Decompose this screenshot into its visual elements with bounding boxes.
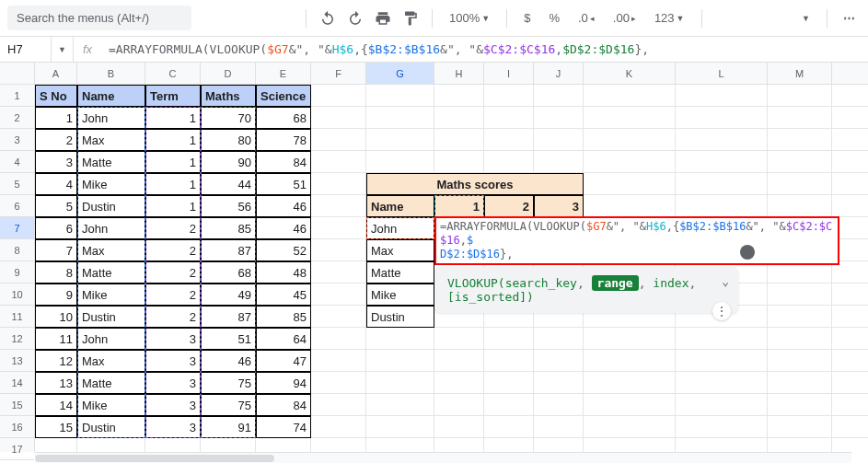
horizontal-scrollbar[interactable] [35, 452, 851, 463]
column-header-H[interactable]: H [434, 63, 484, 84]
table-cell[interactable]: 49 [201, 284, 256, 306]
table-cell[interactable]: 15 [35, 416, 77, 438]
column-header-A[interactable]: A [35, 63, 77, 84]
table-cell[interactable]: 8 [35, 261, 77, 284]
decrease-decimal-button[interactable]: .0◂ [571, 11, 602, 25]
table-cell[interactable]: 94 [256, 372, 311, 394]
table-cell[interactable]: Mike [77, 394, 145, 416]
side-table-title[interactable]: Maths scores [366, 173, 584, 195]
side-header[interactable]: 1 [434, 195, 484, 217]
table-cell[interactable]: 75 [201, 394, 256, 416]
chevron-down-icon[interactable]: ⌄ [722, 274, 729, 288]
table-cell[interactable]: Dustin [77, 306, 145, 328]
table-cell[interactable]: 2 [35, 129, 77, 151]
side-header[interactable]: 2 [484, 195, 534, 217]
side-name-cell[interactable]: Dustin [366, 306, 434, 328]
table-cell[interactable]: 74 [256, 416, 311, 438]
table-cell[interactable]: 46 [256, 217, 311, 239]
row-header-13[interactable]: 13 [0, 350, 34, 372]
table-cell[interactable]: 3 [145, 416, 201, 438]
table-cell[interactable]: John [77, 217, 145, 239]
more-toolbar-button[interactable]: ⋯ [837, 6, 861, 30]
column-header-K[interactable]: K [584, 63, 676, 84]
table-cell[interactable]: 56 [201, 195, 256, 217]
table-cell[interactable]: 1 [145, 173, 201, 195]
table-cell[interactable]: 11 [35, 328, 77, 350]
row-header-17[interactable]: 17 [0, 438, 34, 460]
side-name-cell[interactable]: Max [366, 239, 434, 261]
table-cell[interactable]: 47 [256, 350, 311, 372]
table-cell[interactable]: Max [77, 350, 145, 372]
font-selector[interactable]: ▼ [794, 14, 817, 23]
table-cell[interactable]: 87 [201, 306, 256, 328]
table-cell[interactable]: 87 [201, 239, 256, 261]
column-header-M[interactable]: M [768, 63, 832, 84]
table-cell[interactable]: 3 [35, 151, 77, 173]
table-cell[interactable]: 52 [256, 239, 311, 261]
main-header-science[interactable]: Science [256, 85, 311, 107]
table-cell[interactable]: Matte [77, 372, 145, 394]
table-cell[interactable]: 75 [201, 372, 256, 394]
table-cell[interactable]: 90 [201, 151, 256, 173]
row-header-3[interactable]: 3 [0, 129, 34, 151]
table-cell[interactable]: 3 [145, 372, 201, 394]
increase-decimal-button[interactable]: .00▸ [606, 11, 643, 25]
name-box-dropdown[interactable]: ▼ [52, 37, 74, 62]
table-cell[interactable]: 91 [201, 416, 256, 438]
table-cell[interactable]: 4 [35, 173, 77, 195]
table-cell[interactable]: 6 [35, 217, 77, 239]
formula-edit-overlay[interactable]: =ARRAYFORMULA(VLOOKUP($G7&", "&H$6,{$B$2… [434, 216, 839, 265]
column-header-I[interactable]: I [484, 63, 534, 84]
redo-button[interactable] [343, 6, 367, 30]
more-options-icon[interactable]: ⋮ [712, 302, 731, 320]
scrollbar-thumb[interactable] [35, 455, 274, 462]
column-header-J[interactable]: J [534, 63, 584, 84]
table-cell[interactable]: 2 [145, 217, 201, 239]
search-menus[interactable]: Search the menus (Alt+/) [7, 6, 191, 30]
table-cell[interactable]: 46 [256, 195, 311, 217]
table-cell[interactable]: 84 [256, 394, 311, 416]
table-cell[interactable]: John [77, 107, 145, 129]
currency-button[interactable]: $ [516, 11, 538, 25]
formula-drag-handle[interactable] [740, 245, 755, 260]
column-header-L[interactable]: L [676, 63, 768, 84]
column-header-C[interactable]: C [145, 63, 201, 84]
table-cell[interactable]: 2 [145, 239, 201, 261]
table-cell[interactable]: 80 [201, 129, 256, 151]
side-name-cell[interactable]: John [366, 217, 434, 239]
table-cell[interactable]: 3 [145, 350, 201, 372]
row-header-9[interactable]: 9 [0, 261, 34, 284]
table-cell[interactable]: 1 [145, 195, 201, 217]
row-header-10[interactable]: 10 [0, 284, 34, 306]
side-header[interactable]: 3 [534, 195, 584, 217]
table-cell[interactable]: Mike [77, 173, 145, 195]
table-cell[interactable]: 1 [145, 151, 201, 173]
table-cell[interactable]: Matte [77, 261, 145, 284]
row-header-4[interactable]: 4 [0, 151, 34, 173]
table-cell[interactable]: 85 [201, 217, 256, 239]
column-header-B[interactable]: B [77, 63, 145, 84]
table-cell[interactable]: 12 [35, 350, 77, 372]
row-header-1[interactable]: 1 [0, 85, 34, 107]
table-cell[interactable]: 2 [145, 284, 201, 306]
row-header-16[interactable]: 16 [0, 416, 34, 438]
table-cell[interactable]: Matte [77, 151, 145, 173]
table-cell[interactable]: Max [77, 239, 145, 261]
column-header-G[interactable]: G [366, 63, 434, 84]
table-cell[interactable]: 7 [35, 239, 77, 261]
row-header-11[interactable]: 11 [0, 306, 34, 328]
table-cell[interactable]: 1 [145, 129, 201, 151]
table-cell[interactable]: 13 [35, 372, 77, 394]
grid-cells[interactable]: S NoNameTermMathsScience1John170682Max18… [35, 85, 868, 452]
table-cell[interactable]: 78 [256, 129, 311, 151]
table-cell[interactable]: 68 [201, 261, 256, 284]
table-cell[interactable]: Dustin [77, 195, 145, 217]
table-cell[interactable]: 51 [201, 328, 256, 350]
table-cell[interactable]: 64 [256, 328, 311, 350]
table-cell[interactable]: 44 [201, 173, 256, 195]
undo-button[interactable] [316, 6, 340, 30]
row-header-6[interactable]: 6 [0, 195, 34, 217]
more-formats-button[interactable]: 123▼ [647, 11, 692, 25]
table-cell[interactable]: 51 [256, 173, 311, 195]
row-header-8[interactable]: 8 [0, 239, 34, 261]
